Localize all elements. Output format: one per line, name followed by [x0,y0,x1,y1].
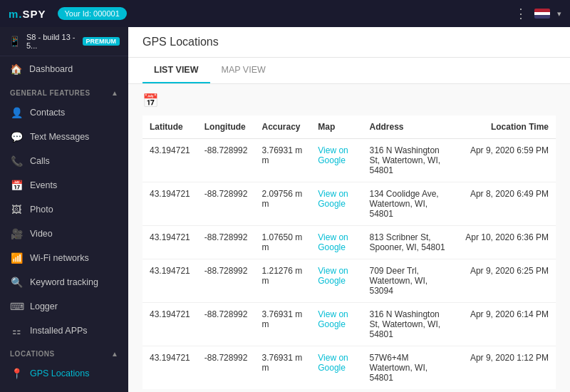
home-icon: 🏠 [10,63,22,75]
cell-accuracy: 1.21276 m m [254,259,311,303]
cell-latitude: 43.194721 [142,346,197,390]
cell-address: 134 Coolidge Ave, Watertown, WI, 54801 [363,182,459,226]
logger-icon: ⌨ [10,301,23,312]
cell-time: Apr 8, 2020 6:49 PM [458,182,556,226]
cell-address: 57W6+4M Watertown, WI, 54801 [363,346,459,390]
tab-list-view[interactable]: LIST VIEW [142,58,210,83]
locations-section-label: LOCATIONS [10,350,55,358]
flag-icon[interactable] [534,9,550,19]
gps-table: Latitude Longitude Accuracy Map Address … [142,115,556,389]
col-map: Map [311,115,362,139]
general-section-label: geNerAL features [10,89,90,97]
cell-address: 316 N Washington St, Watertown, WI, 5480… [363,139,459,182]
logo: m.SPY [9,8,46,20]
premium-badge: PREMIUM [83,37,120,46]
flag-chevron-icon[interactable]: ▾ [557,9,561,19]
locations-chevron-icon[interactable]: ▲ [111,350,118,358]
page-title: GPS Locations [142,36,219,48]
keyword-icon: 🔍 [10,277,23,288]
view-on-google-link[interactable]: View on Google [318,145,348,165]
logger-label: Logger [30,301,58,311]
cell-map[interactable]: View on Google [311,226,362,259]
view-on-google-link[interactable]: View on Google [318,189,348,209]
sidebar-item-contacts[interactable]: 👤 Contacts [0,100,128,125]
content-area: 📅 Latitude Longitude Accuracy Map Addres… [128,84,570,392]
cell-accuracy: 3.76931 m m [254,346,311,390]
table-row: 43.194721 -88.728992 3.76931 m m View on… [142,139,556,182]
sidebar-item-apps[interactable]: ⚏ Installed APPs [0,319,128,343]
cell-longitude: -88.728992 [197,346,255,390]
cell-time: Apr 9, 2020 6:14 PM [458,303,556,346]
col-latitude: Latitude [142,115,197,139]
cell-longitude: -88.728992 [197,259,255,303]
cell-address: 709 Deer Trl, Watertown, WI, 53094 [363,259,459,303]
cell-accuracy: 3.76931 m m [254,303,311,346]
contacts-icon: 👤 [10,107,23,118]
apps-icon: ⚏ [10,325,23,336]
cell-map[interactable]: View on Google [311,303,362,346]
events-icon: 📅 [10,180,23,191]
table-row: 43.194721 -88.728992 2.09756 m m View on… [142,182,556,226]
sidebar-item-keyword[interactable]: 🔍 Keyword tracking [0,270,128,294]
gps-label: GPS Locations [30,368,89,378]
photo-label: Photo [30,205,53,215]
sidebar-item-video[interactable]: 🎥 Video [0,222,128,246]
table-row: 43.194721 -88.728992 3.76931 m m View on… [142,303,556,346]
keyword-label: Keyword tracking [30,277,98,287]
calls-icon: 📞 [10,155,23,167]
main-content: GPS Locations LIST VIEW MAP VIEW 📅 Latit… [128,27,570,392]
logo-spy: SPY [23,8,46,20]
user-id-badge: Your Id: 000001 [58,7,127,20]
cell-latitude: 43.194721 [142,139,197,182]
sidebar: 📱 S8 - build 13 - 5... PREMIUM 🏠 Dashboa… [0,27,128,392]
general-chevron-icon[interactable]: ▲ [111,89,118,97]
cell-accuracy: 1.07650 m m [254,226,311,259]
table-row: 43.194721 -88.728992 1.07650 m m View on… [142,226,556,259]
sidebar-item-gps[interactable]: 📍 GPS Locations [0,361,128,386]
wifi-label: Wi-Fi networks [30,253,89,263]
cell-longitude: -88.728992 [197,303,255,346]
wifi-icon: 📶 [10,252,23,264]
topbar: m.SPY Your Id: 000001 ⋮ ▾ [0,0,570,27]
sidebar-item-events[interactable]: 📅 Events [0,173,128,197]
video-icon: 🎥 [10,228,23,239]
more-options-icon[interactable]: ⋮ [514,6,527,21]
sidebar-item-dashboard[interactable]: 🏠 Dashboard [0,56,128,82]
cell-map[interactable]: View on Google [311,346,362,390]
sidebar-item-calls[interactable]: 📞 Calls [0,149,128,173]
cell-map[interactable]: View on Google [311,139,362,182]
apps-label: Installed APPs [30,326,88,336]
sidebar-item-wifi[interactable]: 📶 Wi-Fi networks [0,246,128,270]
logo-m: m. [9,8,23,20]
view-on-google-link[interactable]: View on Google [318,353,348,373]
cell-latitude: 43.194721 [142,182,197,226]
cell-address: 316 N Washington St, Watertown, WI, 5480… [363,303,459,346]
cell-longitude: -88.728992 [197,139,255,182]
device-row[interactable]: 📱 S8 - build 13 - 5... PREMIUM [0,27,128,56]
view-on-google-link[interactable]: View on Google [318,309,348,329]
tab-map-view[interactable]: MAP VIEW [210,58,277,83]
sidebar-item-text-messages[interactable]: 💬 Text Messages [0,125,128,149]
layout: 📱 S8 - build 13 - 5... PREMIUM 🏠 Dashboa… [0,27,570,392]
main-header: GPS Locations [128,27,570,58]
cell-map[interactable]: View on Google [311,259,362,303]
calls-label: Calls [30,156,50,166]
sidebar-item-photo[interactable]: 🖼 Photo [0,197,128,222]
tabs-row: LIST VIEW MAP VIEW [128,58,570,84]
sidebar-item-logger[interactable]: ⌨ Logger [0,294,128,319]
cell-longitude: -88.728992 [197,226,255,259]
calendar-icon[interactable]: 📅 [142,93,556,108]
cell-time: Apr 9, 2020 6:59 PM [458,139,556,182]
sidebar-item-geofencing[interactable]: ⬡ Geo Fencing [0,386,128,392]
view-on-google-link[interactable]: View on Google [318,266,348,286]
events-label: Events [30,180,57,190]
view-on-google-link[interactable]: View on Google [318,232,348,252]
cell-latitude: 43.194721 [142,303,197,346]
photo-icon: 🖼 [10,204,23,215]
cell-time: Apr 9, 2020 1:12 PM [458,346,556,390]
cell-time: Apr 9, 2020 6:25 PM [458,259,556,303]
cell-map[interactable]: View on Google [311,182,362,226]
cell-time: Apr 10, 2020 6:36 PM [458,226,556,259]
cell-latitude: 43.194721 [142,226,197,259]
text-messages-label: Text Messages [30,132,89,142]
